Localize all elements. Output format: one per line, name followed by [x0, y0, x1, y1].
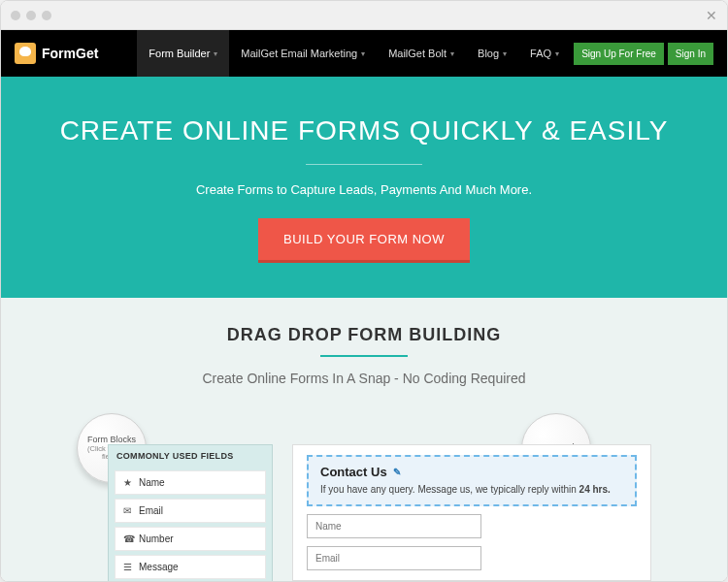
brand-logo-icon — [15, 43, 36, 64]
nav-item-label: Form Builder — [149, 48, 210, 59]
form-subtitle: If you have any query. Message us, we ty… — [320, 483, 623, 497]
palette-item-name[interactable]: ★ Name — [115, 470, 266, 495]
form-subtitle-bold: 24 hrs. — [579, 484, 611, 495]
close-icon[interactable]: ✕ — [706, 8, 717, 23]
window-titlebar: ✕ — [1, 1, 727, 30]
field-palette: COMMONLY USED FIELDS ★ Name ✉ Email ☎ Nu… — [108, 444, 273, 581]
nav-item-label: MailGet Email Marketing — [241, 48, 357, 59]
form-header-block[interactable]: Contact Us ✎ If you have any query. Mess… — [307, 455, 637, 506]
person-icon: ★ — [123, 477, 133, 488]
auth-buttons: Sign Up For Free Sign In — [574, 43, 713, 65]
hero-subtitle: Create Forms to Capture Leads, Payments … — [20, 182, 708, 197]
nav-item-mailget-email[interactable]: MailGet Email Marketing ▾ — [229, 30, 377, 77]
brand-name: FormGet — [42, 46, 98, 61]
nav-item-label: MailGet Bolt — [388, 48, 447, 59]
chevron-down-icon: ▾ — [555, 49, 559, 58]
nav-item-label: Blog — [478, 48, 499, 59]
form-field-name[interactable]: Name — [307, 514, 481, 538]
palette-item-label: Email — [139, 505, 163, 516]
form-canvas: Contact Us ✎ If you have any query. Mess… — [292, 444, 651, 581]
palette-item-email[interactable]: ✉ Email — [115, 499, 266, 523]
section-title: DRAG DROP FORM BUILDING — [20, 325, 708, 345]
builder-preview: Form Blocks (Click to add to fields) ➘ F… — [20, 425, 708, 581]
nav-item-label: FAQ — [530, 48, 551, 59]
nav-item-mailget-bolt[interactable]: MailGet Bolt ▾ — [377, 30, 466, 77]
window-dot[interactable] — [42, 11, 51, 20]
hero-title: CREATE ONLINE FORMS QUICKLY & EASILY — [20, 115, 708, 146]
message-icon: ☰ — [123, 562, 133, 572]
divider — [306, 164, 422, 165]
email-icon: ✉ — [123, 505, 133, 516]
brand-logo[interactable]: FormGet — [15, 43, 98, 64]
build-form-button[interactable]: BUILD YOUR FORM NOW — [258, 218, 470, 263]
nav-item-form-builder[interactable]: Form Builder ▾ — [137, 30, 229, 77]
signin-button[interactable]: Sign In — [668, 43, 713, 65]
chevron-down-icon: ▾ — [361, 49, 365, 58]
top-nav: FormGet Form Builder ▾ MailGet Email Mar… — [1, 30, 727, 77]
palette-header: COMMONLY USED FIELDS — [109, 445, 272, 467]
signup-button[interactable]: Sign Up For Free — [574, 43, 664, 65]
window-dot[interactable] — [26, 11, 36, 20]
form-subtitle-text: If you have any query. Message us, we ty… — [320, 484, 579, 495]
hero-section: CREATE ONLINE FORMS QUICKLY & EASILY Cre… — [1, 77, 727, 298]
window-dot[interactable] — [11, 11, 20, 20]
nav-item-faq[interactable]: FAQ ▾ — [518, 30, 571, 77]
nav-links: Form Builder ▾ MailGet Email Marketing ▾… — [137, 30, 571, 77]
palette-item-label: Name — [139, 477, 165, 488]
form-field-email[interactable]: Email — [307, 546, 481, 570]
drag-drop-section: DRAG DROP FORM BUILDING Create Online Fo… — [1, 298, 727, 581]
divider — [320, 355, 408, 357]
form-title: Contact Us ✎ — [320, 465, 623, 479]
palette-item-number[interactable]: ☎ Number — [115, 527, 266, 551]
palette-item-message[interactable]: ☰ Message — [115, 555, 266, 579]
section-subtitle: Create Online Forms In A Snap - No Codin… — [20, 371, 708, 386]
palette-item-label: Message — [139, 562, 179, 572]
edit-icon[interactable]: ✎ — [393, 467, 401, 477]
nav-item-blog[interactable]: Blog ▾ — [466, 30, 518, 77]
palette-item-label: Number — [139, 534, 174, 544]
window-controls — [11, 11, 51, 20]
phone-icon: ☎ — [123, 534, 133, 544]
form-title-text: Contact Us — [320, 465, 387, 479]
chevron-down-icon: ▾ — [503, 49, 507, 58]
browser-window: ✕ FormGet Form Builder ▾ MailGet Email M… — [0, 0, 728, 582]
chevron-down-icon: ▾ — [214, 49, 217, 58]
chevron-down-icon: ▾ — [450, 49, 454, 58]
